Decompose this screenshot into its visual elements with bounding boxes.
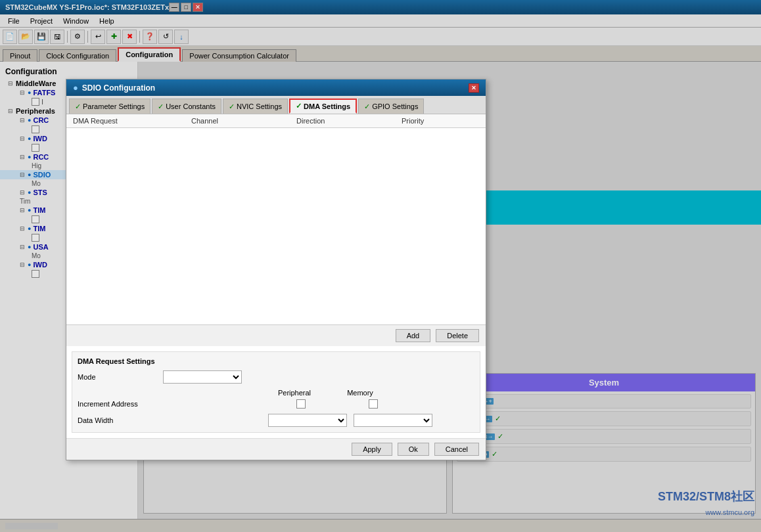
delete-button[interactable]: Delete	[436, 329, 479, 342]
peripheral-increment-checkbox[interactable]	[296, 399, 306, 409]
modal-tab-user-constants[interactable]: ✓ User Constants	[152, 99, 221, 114]
nvic-tab-label: NVIC Settings	[237, 102, 282, 110]
modal-close-button[interactable]: ✕	[469, 83, 479, 93]
increment-label: Increment Address	[78, 400, 262, 408]
peripheral-col-header: Peripheral	[262, 389, 327, 397]
memory-increment-checkbox[interactable]	[369, 399, 378, 409]
modal-tab-gpio[interactable]: ✓ GPIO Settings	[358, 99, 424, 114]
modal-tab-nvic[interactable]: ✓ NVIC Settings	[223, 99, 288, 114]
modal-dialog: ● SDIO Configuration ✕ ✓ Parameter Setti…	[66, 79, 486, 460]
dma-table-body	[66, 128, 486, 325]
col-priority: Priority	[402, 117, 480, 125]
modal-tab-parameter[interactable]: ✓ Parameter Settings	[69, 99, 150, 114]
modal-overlay: ● SDIO Configuration ✕ ✓ Parameter Setti…	[0, 0, 761, 532]
gpio-tab-label: GPIO Settings	[372, 102, 418, 110]
modal-header: ● SDIO Configuration ✕	[66, 79, 486, 96]
modal-title: SDIO Configuration	[82, 83, 155, 93]
user-check-icon: ✓	[158, 102, 164, 111]
param-tab-label: Parameter Settings	[83, 102, 145, 110]
cancel-button[interactable]: Cancel	[434, 443, 479, 456]
gpio-check-icon2: ✓	[364, 102, 370, 111]
dma-table-actions: Add Delete	[66, 325, 486, 346]
dma-table-header: DMA Request Channel Direction Priority	[66, 114, 486, 128]
col-channel: Channel	[191, 117, 296, 125]
peripheral-width-dropdown[interactable]	[268, 414, 347, 427]
modal-tab-dma[interactable]: ✓ DMA Settings	[289, 99, 357, 114]
modal-icon: ●	[73, 83, 78, 93]
dma-settings-title: DMA Request Settings	[78, 357, 474, 365]
memory-col-header: Memory	[327, 389, 393, 397]
dma-settings-panel: DMA Request Settings Mode Peripheral Mem…	[72, 351, 480, 433]
memory-width-dropdown[interactable]	[354, 414, 432, 427]
col-direction: Direction	[296, 117, 402, 125]
dma-check-icon: ✓	[296, 102, 302, 110]
data-width-label: Data Width	[78, 416, 262, 424]
ok-button[interactable]: Ok	[398, 443, 429, 456]
modal-tabs: ✓ Parameter Settings ✓ User Constants ✓ …	[66, 96, 486, 114]
modal-body: DMA Request Channel Direction Priority A…	[66, 114, 486, 460]
nvic-check-icon2: ✓	[229, 102, 235, 111]
col-dma-request: DMA Request	[73, 117, 191, 125]
param-check-icon: ✓	[75, 102, 81, 111]
spacer	[78, 389, 262, 397]
dma-tab-label: DMA Settings	[304, 102, 350, 110]
add-button[interactable]: Add	[396, 329, 431, 342]
mode-label: Mode	[78, 373, 156, 381]
apply-button[interactable]: Apply	[352, 443, 392, 456]
mode-dropdown[interactable]	[163, 370, 242, 384]
user-tab-label: User Constants	[166, 102, 216, 110]
